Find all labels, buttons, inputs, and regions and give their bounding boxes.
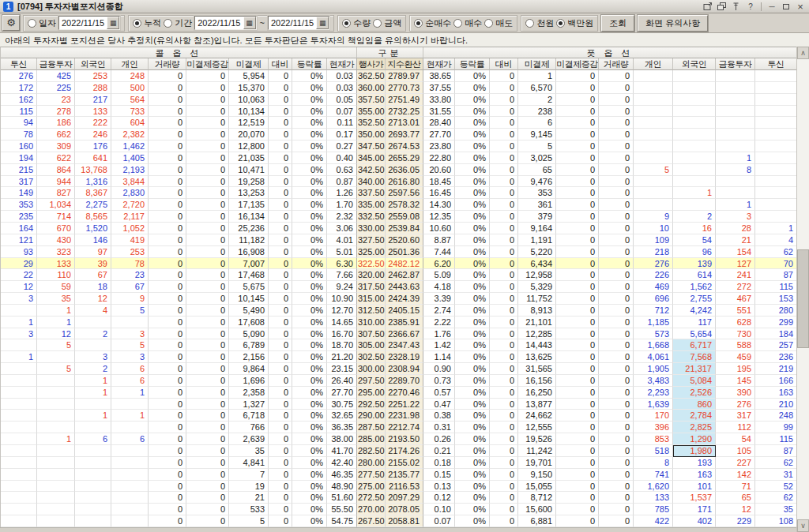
- table-cell[interactable]: 87: [755, 445, 797, 457]
- table-cell[interactable]: 241: [716, 269, 755, 281]
- table-cell[interactable]: 0: [599, 410, 634, 421]
- table-cell[interactable]: 12: [75, 293, 111, 305]
- table-cell[interactable]: 0%: [292, 410, 327, 421]
- table-cell[interactable]: 0%: [292, 399, 327, 410]
- table-cell[interactable]: 0%: [455, 328, 490, 340]
- table-cell[interactable]: 459: [716, 351, 755, 363]
- table-cell[interactable]: 52: [755, 481, 797, 493]
- table-cell[interactable]: 0: [186, 106, 229, 118]
- table-cell[interactable]: 16,134: [229, 211, 269, 223]
- table-cell[interactable]: [1, 457, 37, 469]
- pin-icon[interactable]: [731, 2, 742, 12]
- table-cell[interactable]: 1: [716, 152, 755, 164]
- table-cell[interactable]: [634, 117, 673, 129]
- table-cell[interactable]: 0%: [455, 387, 490, 399]
- table-cell[interactable]: 13,625: [518, 351, 556, 363]
- table-cell[interactable]: 171: [673, 504, 716, 515]
- table-cell[interactable]: 0: [186, 421, 229, 433]
- table-cell[interactable]: [755, 106, 797, 118]
- table-cell[interactable]: 0: [599, 469, 634, 481]
- table-cell[interactable]: 0: [149, 164, 186, 176]
- table-cell[interactable]: 0: [149, 363, 186, 375]
- table-cell[interactable]: 2270.46: [386, 387, 423, 399]
- table-cell[interactable]: 153: [755, 293, 797, 305]
- table-cell[interactable]: [1, 410, 37, 421]
- table-cell[interactable]: 352.50: [357, 117, 386, 129]
- table-cell[interactable]: 0: [599, 223, 634, 234]
- table-cell[interactable]: 5: [518, 140, 556, 152]
- table-cell[interactable]: 0: [490, 293, 518, 305]
- table-cell[interactable]: [755, 187, 797, 199]
- table-cell[interactable]: 23.15: [327, 363, 357, 375]
- table-cell[interactable]: 0: [186, 70, 229, 82]
- table-cell[interactable]: [634, 152, 673, 164]
- table-cell[interactable]: 226: [634, 269, 673, 281]
- table-cell[interactable]: 25,236: [229, 223, 269, 234]
- table-cell[interactable]: [755, 152, 797, 164]
- table-cell[interactable]: 0: [556, 328, 599, 340]
- table-cell[interactable]: 350.00: [357, 129, 386, 140]
- table-cell[interactable]: [37, 469, 75, 481]
- table-cell[interactable]: 0: [186, 258, 229, 270]
- table-cell[interactable]: 0: [599, 375, 634, 387]
- table-cell[interactable]: 5,090: [229, 328, 269, 340]
- table-cell[interactable]: 3.39: [423, 293, 455, 305]
- table-cell[interactable]: 0: [556, 410, 599, 421]
- table-cell[interactable]: 11,242: [518, 445, 556, 457]
- table-cell[interactable]: 0: [556, 293, 599, 305]
- table-cell[interactable]: 0%: [292, 94, 327, 106]
- table-cell[interactable]: 0: [599, 363, 634, 375]
- table-cell[interactable]: 0: [186, 140, 229, 152]
- table-cell[interactable]: 1: [75, 387, 111, 399]
- table-cell[interactable]: 0.10: [423, 504, 455, 515]
- table-cell[interactable]: 0: [269, 399, 292, 410]
- radio-date-mode-ilja[interactable]: 일자: [28, 17, 56, 29]
- table-cell[interactable]: 0: [149, 199, 186, 211]
- table-cell[interactable]: 1,980: [673, 445, 716, 457]
- table-cell[interactable]: 0: [269, 94, 292, 106]
- table-cell[interactable]: 0: [186, 481, 229, 493]
- table-cell[interactable]: 2,830: [111, 187, 149, 199]
- table-cell[interactable]: 0: [556, 152, 599, 164]
- table-cell[interactable]: 2308.94: [386, 363, 423, 375]
- table-cell[interactable]: 827: [37, 187, 75, 199]
- table-cell[interactable]: 162: [1, 94, 37, 106]
- table-cell[interactable]: 0: [149, 117, 186, 129]
- screen-notice-button[interactable]: 화면 유의사항: [638, 15, 708, 32]
- table-cell[interactable]: [634, 187, 673, 199]
- table-cell[interactable]: 0: [490, 211, 518, 223]
- table-cell[interactable]: 0%: [455, 515, 490, 527]
- table-cell[interactable]: 0: [556, 433, 599, 445]
- radio-thousand-won[interactable]: 천원: [525, 17, 554, 29]
- table-cell[interactable]: 1,620: [634, 481, 673, 493]
- table-cell[interactable]: 0: [556, 269, 599, 281]
- table-cell[interactable]: 0: [269, 117, 292, 129]
- table-cell[interactable]: 7,007: [229, 258, 269, 270]
- table-cell[interactable]: 0: [490, 281, 518, 293]
- table-cell[interactable]: 21,035: [229, 152, 269, 164]
- table-cell[interactable]: 1.76: [423, 328, 455, 340]
- table-cell[interactable]: 280: [755, 305, 797, 317]
- table-cell[interactable]: 31.55: [423, 106, 455, 118]
- table-cell[interactable]: [75, 339, 111, 351]
- table-cell[interactable]: 0: [599, 328, 634, 340]
- table-cell[interactable]: 5,954: [229, 70, 269, 82]
- table-cell[interactable]: 24,662: [518, 410, 556, 421]
- table-cell[interactable]: 15,600: [518, 504, 556, 515]
- table-cell[interactable]: 1,052: [111, 223, 149, 234]
- table-cell[interactable]: 0: [186, 399, 229, 410]
- table-cell[interactable]: [634, 70, 673, 82]
- table-cell[interactable]: 0: [556, 351, 599, 363]
- table-cell[interactable]: 0: [186, 504, 229, 515]
- table-cell[interactable]: 9,864: [229, 363, 269, 375]
- table-cell[interactable]: 1,905: [634, 363, 673, 375]
- table-cell[interactable]: 0.47: [423, 399, 455, 410]
- table-cell[interactable]: [111, 399, 149, 410]
- table-cell[interactable]: 101: [673, 481, 716, 493]
- table-cell[interactable]: 0%: [292, 433, 327, 445]
- table-cell[interactable]: 0: [149, 492, 186, 504]
- table-cell[interactable]: 0%: [292, 70, 327, 82]
- table-cell[interactable]: [755, 70, 797, 82]
- table-cell[interactable]: 0%: [292, 481, 327, 493]
- table-cell[interactable]: 0: [269, 176, 292, 188]
